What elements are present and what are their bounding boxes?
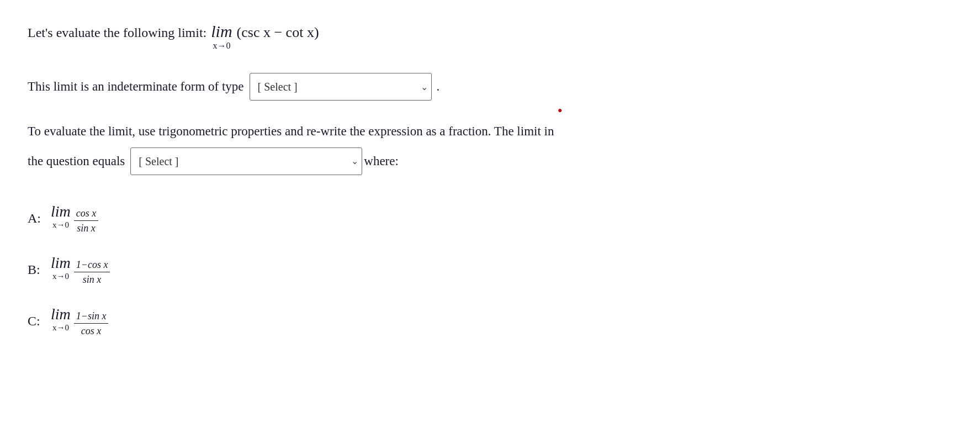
option-a-denominator: sin x <box>75 221 98 234</box>
option-b-lim-word: lim <box>51 254 71 272</box>
question-equals-prefix: the question equals <box>28 154 125 168</box>
indeterminate-select[interactable]: [ Select ] <box>250 73 432 101</box>
option-b-lim-sub: x→0 <box>52 272 69 281</box>
main-content: Let's evaluate the following limit: lim … <box>28 22 911 337</box>
option-a-limit: lim x→0 cos x sin x <box>51 203 98 234</box>
option-a-numerator: cos x <box>74 208 98 221</box>
option-c: C: lim x→0 1−sin x cos x <box>28 305 911 337</box>
option-c-lim-word: lim <box>51 305 71 323</box>
evaluate-paragraph: To evaluate the limit, use trigonometric… <box>28 122 911 142</box>
option-a-lim-word: lim <box>51 203 71 220</box>
lim-word: lim <box>211 22 232 41</box>
option-a-lim-base: lim x→0 <box>51 203 71 230</box>
option-c-denominator: cos x <box>79 324 103 337</box>
option-c-label: C: <box>28 314 44 329</box>
option-c-fraction: 1−sin x cos x <box>74 310 109 337</box>
option-b-denominator: sin x <box>81 273 104 286</box>
option-a-lim-sub: x→0 <box>52 220 69 230</box>
limit-expression: lim x→0 <box>211 22 232 51</box>
option-c-lim-sub: x→0 <box>52 323 69 333</box>
option-a: A: lim x→0 cos x sin x <box>28 203 911 234</box>
intro-line: Let's evaluate the following limit: lim … <box>28 22 911 51</box>
option-a-label: A: <box>28 211 44 226</box>
option-b-numerator: 1−cos x <box>74 259 110 272</box>
options-section: A: lim x→0 cos x sin x B: lim x→0 <box>28 203 911 337</box>
intro-prefix: Let's evaluate the following limit: <box>28 25 206 40</box>
option-b-lim-base: lim x→0 <box>51 254 71 281</box>
option-b-fraction: 1−cos x sin x <box>74 259 110 286</box>
intro-expression: (csc x − cot x) <box>237 24 319 41</box>
question-equals-line: the question equals [ Select ] ⌄ where: <box>28 147 911 175</box>
option-b-label: B: <box>28 262 44 277</box>
where-text: where: <box>364 154 399 168</box>
option-c-limit: lim x→0 1−sin x cos x <box>51 305 108 337</box>
option-b: B: lim x→0 1−cos x sin x <box>28 254 911 286</box>
lim-subscript-intro: x→0 <box>213 41 230 51</box>
indeterminate-text: This limit is an indeterminate form of t… <box>28 80 244 94</box>
option-a-fraction: cos x sin x <box>74 208 98 234</box>
red-dot-indicator: ● <box>28 105 911 116</box>
option-c-numerator: 1−sin x <box>74 310 109 324</box>
period-after-select: . <box>437 80 440 94</box>
option-c-lim-base: lim x→0 <box>51 305 71 333</box>
question-equals-select[interactable]: [ Select ] <box>130 147 362 175</box>
indeterminate-line: This limit is an indeterminate form of t… <box>28 73 911 101</box>
evaluate-line1: To evaluate the limit, use trigonometric… <box>28 124 554 138</box>
option-b-limit: lim x→0 1−cos x sin x <box>51 254 110 286</box>
